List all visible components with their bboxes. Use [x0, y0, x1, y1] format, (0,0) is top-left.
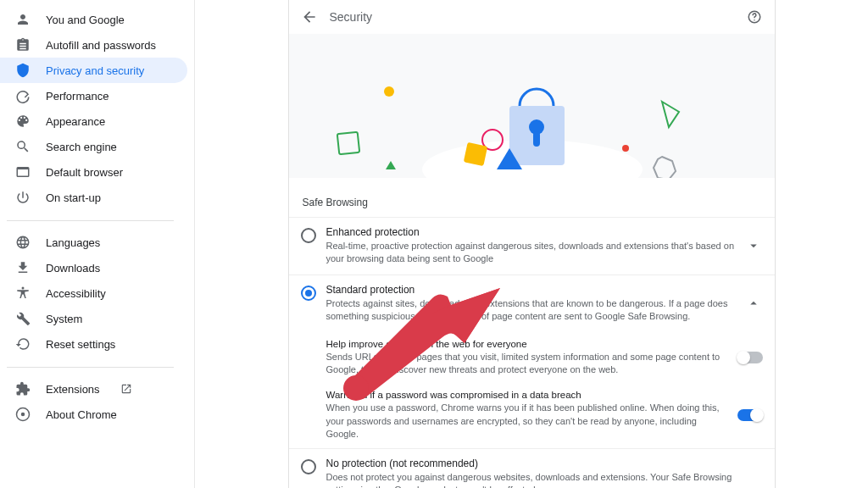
sidebar-divider: [7, 367, 174, 368]
globe-icon: [15, 235, 31, 250]
sidebar-item-languages[interactable]: Languages: [0, 230, 187, 255]
sidebar-item-label: Performance: [46, 90, 108, 103]
radio-standard[interactable]: [301, 286, 316, 301]
search-icon: [15, 139, 31, 154]
help-button[interactable]: [746, 8, 763, 25]
option-standard-protection[interactable]: Standard protection Protects against sit…: [289, 274, 775, 332]
option-desc: Real-time, proactive protection against …: [326, 240, 737, 266]
sidebar-item-label: Downloads: [46, 262, 100, 274]
radio-no-protection[interactable]: [301, 459, 316, 474]
shield-icon: [15, 63, 31, 78]
extension-icon: [15, 381, 31, 396]
sidebar-item-appearance[interactable]: Appearance: [0, 108, 187, 134]
download-icon: [15, 260, 31, 275]
svg-marker-15: [654, 157, 676, 178]
sidebar-item-label: Appearance: [46, 115, 105, 128]
option-title: No protection (not recommended): [326, 458, 737, 469]
back-button[interactable]: [301, 8, 318, 25]
sidebar-item-performance[interactable]: Performance: [0, 83, 187, 108]
sidebar-item-label: Autofill and passwords: [46, 39, 156, 52]
person-icon: [15, 12, 31, 27]
external-link-icon: [120, 383, 132, 395]
svg-rect-11: [337, 132, 359, 154]
speed-icon: [15, 88, 31, 103]
sidebar-item-you-google[interactable]: You and Google: [0, 7, 187, 32]
chrome-icon: [15, 407, 31, 422]
option-enhanced-protection[interactable]: Enhanced protection Real-time, proactive…: [289, 217, 775, 274]
svg-marker-12: [386, 161, 396, 169]
reset-icon: [15, 336, 31, 352]
sidebar-item-label: Languages: [46, 236, 100, 249]
radio-enhanced[interactable]: [301, 228, 316, 243]
sidebar-item-label: Extensions: [46, 383, 100, 396]
settings-sidebar: You and Google Autofill and passwords Pr…: [0, 0, 195, 488]
clipboard-icon: [15, 37, 31, 53]
option-no-protection[interactable]: No protection (not recommended) Does not…: [289, 448, 775, 488]
wrench-icon: [15, 311, 31, 326]
svg-rect-8: [463, 142, 487, 166]
sidebar-item-label: Reset settings: [46, 338, 115, 351]
sidebar-divider: [7, 220, 174, 221]
sidebar-item-label: Search engine: [46, 141, 117, 153]
sidebar-item-label: System: [46, 313, 82, 325]
section-title: Safe Browsing: [289, 178, 775, 217]
sidebar-item-default-browser[interactable]: Default browser: [0, 159, 187, 185]
power-icon: [15, 190, 31, 205]
option-desc: Does not protect you against dangerous w…: [326, 471, 737, 488]
svg-marker-14: [662, 102, 679, 127]
sidebar-item-startup[interactable]: On start-up: [0, 185, 187, 210]
sub-option-improve-security: Help improve security on the web for eve…: [289, 332, 775, 384]
main-content: Security Safe Browsing: [195, 0, 868, 488]
sidebar-item-autofill[interactable]: Autofill and passwords: [0, 32, 187, 58]
sidebar-item-extensions[interactable]: Extensions: [0, 376, 187, 402]
svg-point-1: [21, 413, 25, 417]
sidebar-item-label: Default browser: [46, 166, 123, 179]
sidebar-item-label: Accessibility: [46, 287, 106, 300]
sidebar-item-label: You and Google: [46, 14, 125, 26]
sidebar-item-search[interactable]: Search engine: [0, 134, 187, 159]
accessibility-icon: [15, 286, 31, 301]
option-title: Enhanced protection: [326, 226, 737, 238]
page-title: Security: [330, 10, 373, 24]
svg-rect-6: [533, 131, 540, 147]
svg-point-10: [384, 86, 394, 97]
option-desc: Protects against sites, downloads and ex…: [326, 297, 737, 324]
sidebar-item-label: On start-up: [46, 191, 101, 204]
browser-icon: [15, 164, 31, 180]
sidebar-item-privacy[interactable]: Privacy and security: [0, 58, 187, 83]
option-title: Standard protection: [326, 284, 737, 296]
chevron-up-icon[interactable]: [746, 296, 761, 311]
sidebar-item-label: About Chrome: [46, 408, 117, 421]
sub-option-password-warn: Warn you if a password was compromised i…: [289, 383, 775, 447]
sidebar-item-reset[interactable]: Reset settings: [0, 331, 187, 357]
sidebar-item-downloads[interactable]: Downloads: [0, 255, 187, 280]
sub-title: Warn you if a password was compromised i…: [326, 390, 729, 400]
hero-illustration: [289, 34, 775, 178]
sidebar-item-accessibility[interactable]: Accessibility: [0, 280, 187, 306]
sub-desc: Sends URLs of some pages that you visit,…: [326, 351, 729, 377]
sub-title: Help improve security on the web for eve…: [326, 339, 729, 349]
palette-icon: [15, 114, 31, 129]
toggle-improve-security[interactable]: [737, 352, 763, 363]
chevron-down-icon[interactable]: [746, 238, 761, 253]
toggle-password-warn[interactable]: [737, 409, 763, 421]
sidebar-item-system[interactable]: System: [0, 306, 187, 331]
svg-point-13: [622, 145, 629, 152]
sidebar-item-label: Privacy and security: [46, 64, 144, 77]
sidebar-item-about[interactable]: About Chrome: [0, 402, 187, 427]
page-header: Security: [289, 0, 775, 34]
sub-desc: When you use a password, Chrome warns yo…: [326, 402, 729, 441]
